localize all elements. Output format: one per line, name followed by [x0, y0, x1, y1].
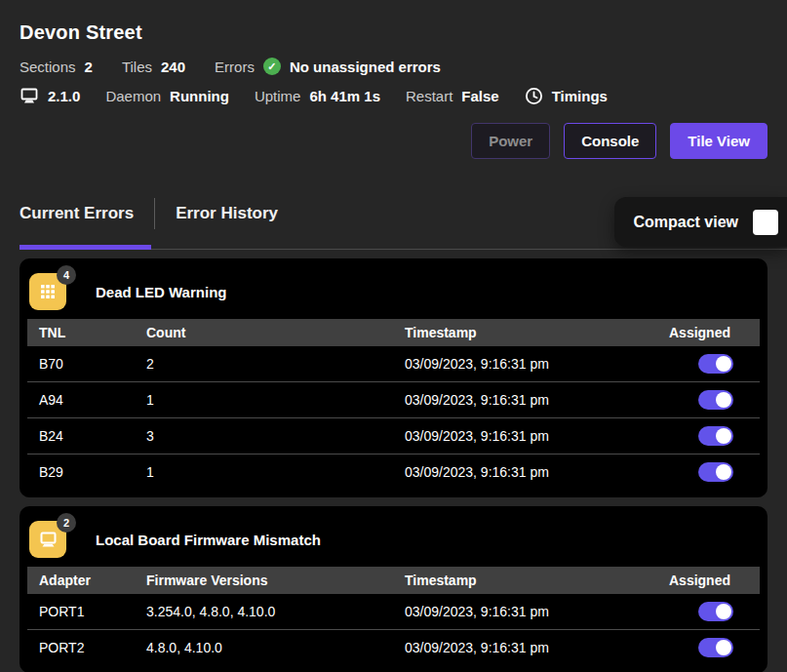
toggle-knob — [716, 640, 731, 655]
action-buttons: Power Console Tile View — [20, 123, 767, 159]
status-restart: Restart False — [406, 88, 499, 104]
table-cell: 03/09/2023, 9:16:31 pm — [393, 630, 633, 666]
table-cell: PORT1 — [27, 594, 135, 630]
power-button[interactable]: Power — [471, 123, 550, 159]
table-cell: 03/09/2023, 9:16:31 pm — [393, 455, 633, 491]
card-header: 2 Local Board Firmware Mismatch — [27, 514, 760, 567]
table-cell-assigned — [633, 382, 760, 418]
table-cell: 03/09/2023, 9:16:31 pm — [393, 418, 633, 455]
table-row: B70203/09/2023, 9:16:31 pm — [27, 346, 760, 382]
errors-table: TNL Count Timestamp Assigned B70203/09/2… — [27, 319, 760, 490]
table-cell-assigned — [633, 630, 760, 666]
stat-errors: Errors ✓ No unassigned errors — [215, 58, 441, 75]
toggle-knob — [716, 428, 731, 444]
version-value: 2.1.0 — [48, 88, 80, 104]
error-count-badge: 4 — [57, 265, 76, 285]
page-title: Devon Street — [20, 0, 767, 44]
compact-view-checkbox[interactable] — [753, 210, 778, 235]
toggle-knob — [716, 356, 731, 372]
table-cell: B70 — [27, 346, 135, 382]
stats-row: Sections 2 Tiles 240 Errors ✓ No unassig… — [20, 58, 767, 75]
table-row: PORT13.254.0, 4.8.0, 4.10.003/09/2023, 9… — [27, 594, 760, 630]
card-title: Dead LED Warning — [96, 284, 226, 300]
table-cell: A94 — [27, 382, 135, 418]
table-cell: 03/09/2023, 9:16:31 pm — [393, 594, 633, 630]
column-header: Firmware Versions — [135, 567, 393, 594]
table-cell: PORT2 — [27, 630, 135, 666]
stat-value: 240 — [161, 59, 185, 75]
errors-table: Adapter Firmware Versions Timestamp Assi… — [27, 567, 760, 665]
stat-label: Tiles — [122, 59, 152, 75]
timings-link[interactable]: Timings — [525, 87, 608, 105]
assigned-toggle[interactable] — [698, 602, 733, 621]
card-header: 4 Dead LED Warning — [27, 266, 760, 319]
assigned-toggle[interactable] — [698, 390, 733, 410]
page: Devon Street Sections 2 Tiles 240 Errors… — [0, 0, 787, 672]
tile-view-button[interactable]: Tile View — [670, 123, 767, 159]
stat-label: Errors — [215, 59, 255, 75]
grid-icon: 4 — [29, 273, 66, 310]
error-card-firmware-mismatch: 2 Local Board Firmware Mismatch Adapter … — [20, 506, 767, 672]
table-cell-assigned — [633, 594, 760, 630]
table-header-row: TNL Count Timestamp Assigned — [27, 319, 760, 346]
stat-value: 2 — [85, 59, 93, 75]
column-header: Adapter — [27, 567, 135, 594]
table-row: PORT24.8.0, 4.10.003/09/2023, 9:16:31 pm — [27, 630, 760, 666]
check-circle-icon: ✓ — [263, 58, 281, 75]
column-header: Assigned — [633, 567, 760, 594]
console-button[interactable]: Console — [564, 123, 656, 159]
table-cell: 03/09/2023, 9:16:31 pm — [393, 382, 633, 418]
stat-value: No unassigned errors — [290, 59, 441, 75]
table-row: B29103/09/2023, 9:16:31 pm — [27, 455, 760, 491]
stat-label: Sections — [20, 59, 76, 75]
table-cell: 3 — [135, 418, 393, 455]
card-title: Local Board Firmware Mismatch — [96, 532, 321, 548]
status-daemon: Daemon Running — [105, 88, 229, 104]
assigned-toggle[interactable] — [698, 426, 733, 446]
assigned-toggle[interactable] — [698, 354, 733, 374]
compact-view-label: Compact view — [633, 214, 738, 231]
table-cell: 1 — [135, 455, 393, 491]
timings-label: Timings — [552, 88, 608, 104]
column-header: Timestamp — [393, 319, 633, 346]
tab-error-history[interactable]: Error History — [176, 202, 278, 225]
assigned-toggle[interactable] — [698, 638, 733, 657]
column-header: TNL — [27, 319, 135, 346]
monitor-icon — [20, 88, 39, 104]
table-cell-assigned — [633, 346, 760, 382]
table-cell: 2 — [135, 346, 393, 382]
toggle-knob — [716, 392, 731, 408]
column-header: Assigned — [633, 319, 760, 346]
table-cell: 3.254.0, 4.8.0, 4.10.0 — [135, 594, 393, 630]
column-header: Timestamp — [393, 567, 633, 594]
table-row: A94103/09/2023, 9:16:31 pm — [27, 382, 760, 418]
status-value: Running — [170, 88, 229, 104]
table-cell: 1 — [135, 382, 393, 418]
table-cell: B24 — [27, 418, 135, 455]
table-row: B24303/09/2023, 9:16:31 pm — [27, 418, 760, 455]
table-header-row: Adapter Firmware Versions Timestamp Assi… — [27, 567, 760, 594]
table-cell-assigned — [633, 418, 760, 455]
error-count-badge: 2 — [57, 513, 76, 533]
stat-tiles: Tiles 240 — [122, 59, 185, 75]
status-value: 6h 41m 1s — [309, 88, 380, 104]
toggle-knob — [716, 464, 731, 480]
status-value: False — [461, 88, 498, 104]
tab-divider — [154, 198, 155, 229]
error-card-dead-led: 4 Dead LED Warning TNL Count Timestamp A… — [20, 258, 767, 497]
toggle-knob — [716, 604, 731, 619]
table-cell-assigned — [633, 455, 760, 491]
laptop-icon: 2 — [29, 521, 66, 558]
table-cell: 03/09/2023, 9:16:31 pm — [393, 346, 633, 382]
stat-sections: Sections 2 — [20, 59, 93, 75]
status-label: Daemon — [105, 88, 161, 104]
status-label: Uptime — [255, 88, 301, 104]
table-cell: 4.8.0, 4.10.0 — [135, 630, 393, 666]
tab-current-errors[interactable]: Current Errors — [20, 202, 134, 225]
status-version: 2.1.0 — [20, 88, 80, 104]
column-header: Count — [135, 319, 393, 346]
status-row: 2.1.0 Daemon Running Uptime 6h 41m 1s Re… — [20, 87, 767, 105]
table-cell: B29 — [27, 455, 135, 491]
assigned-toggle[interactable] — [698, 462, 733, 482]
compact-view-panel: Compact view — [614, 197, 787, 247]
